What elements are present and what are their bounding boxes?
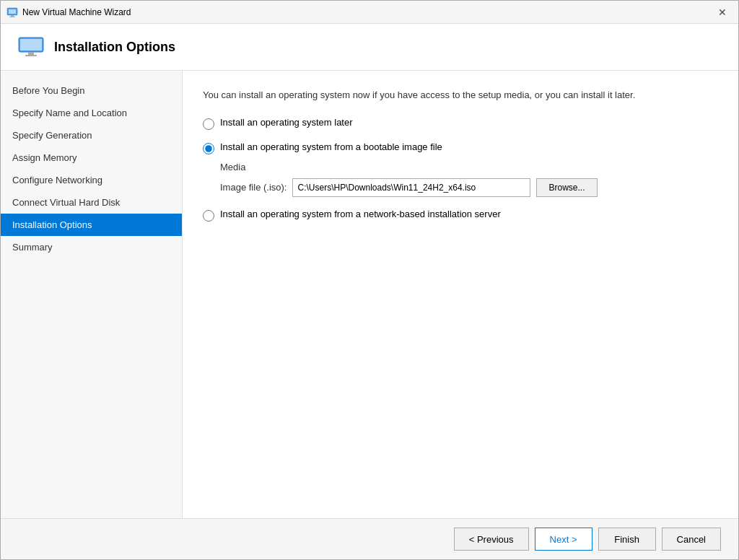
svg-rect-6: [28, 52, 34, 55]
content-area: Before You Begin Specify Name and Locati…: [1, 71, 738, 518]
finish-button[interactable]: Finish: [598, 528, 656, 551]
sidebar-item-installation-options[interactable]: Installation Options: [1, 214, 182, 236]
radio-install-network[interactable]: [203, 210, 214, 222]
sidebar-item-configure-networking[interactable]: Configure Networking: [1, 169, 182, 191]
sidebar-item-specify-generation[interactable]: Specify Generation: [1, 124, 182, 146]
image-file-input[interactable]: [292, 178, 530, 197]
svg-rect-1: [9, 9, 16, 14]
header-icon: [18, 37, 44, 57]
sidebar-item-specify-name-and-location[interactable]: Specify Name and Location: [1, 102, 182, 124]
image-file-label: Image file (.iso):: [220, 182, 287, 193]
browse-button[interactable]: Browse...: [536, 178, 597, 197]
previous-button[interactable]: < Previous: [454, 528, 529, 551]
main-panel: You can install an operating system now …: [183, 71, 738, 518]
radio-label-install-bootable: Install an operating system from a boota…: [220, 141, 442, 152]
description-text: You can install an operating system now …: [203, 88, 718, 102]
radio-install-later[interactable]: [203, 118, 214, 130]
radio-label-install-later: Install an operating system later: [220, 117, 353, 128]
sidebar-item-connect-virtual-hard-disk[interactable]: Connect Virtual Hard Disk: [1, 191, 182, 214]
radio-option-install-later[interactable]: Install an operating system later: [203, 117, 718, 130]
radio-install-bootable[interactable]: [203, 143, 214, 154]
sidebar: Before You Begin Specify Name and Locati…: [1, 71, 183, 518]
window-icon: [6, 6, 18, 18]
wizard-window: New Virtual Machine Wizard ✕ Installatio…: [0, 0, 739, 560]
radio-option-install-bootable[interactable]: Install an operating system from a boota…: [203, 141, 718, 154]
svg-rect-5: [20, 39, 42, 51]
media-label: Media: [220, 162, 718, 172]
radio-option-install-network[interactable]: Install an operating system from a netwo…: [203, 209, 718, 222]
sidebar-item-before-you-begin[interactable]: Before You Begin: [1, 79, 182, 102]
radio-option-install-bootable-container: Install an operating system from a boota…: [203, 141, 718, 197]
svg-rect-2: [11, 15, 14, 17]
window-title: New Virtual Machine Wizard: [22, 7, 712, 17]
close-button[interactable]: ✕: [712, 2, 733, 22]
page-title: Installation Options: [54, 40, 175, 55]
footer: < Previous Next > Finish Cancel: [1, 518, 738, 559]
radio-group: Install an operating system later Instal…: [203, 117, 718, 222]
radio-label-install-network: Install an operating system from a netwo…: [220, 209, 501, 219]
cancel-button[interactable]: Cancel: [662, 528, 721, 551]
svg-rect-7: [25, 55, 37, 56]
next-button[interactable]: Next >: [535, 528, 592, 551]
media-section: Media Image file (.iso): Browse...: [220, 162, 718, 197]
image-file-row: Image file (.iso): Browse...: [220, 178, 718, 197]
header: Installation Options: [1, 24, 738, 71]
sidebar-item-assign-memory[interactable]: Assign Memory: [1, 146, 182, 169]
svg-rect-3: [9, 17, 15, 17]
sidebar-item-summary[interactable]: Summary: [1, 236, 182, 258]
title-bar: New Virtual Machine Wizard ✕: [1, 1, 738, 24]
